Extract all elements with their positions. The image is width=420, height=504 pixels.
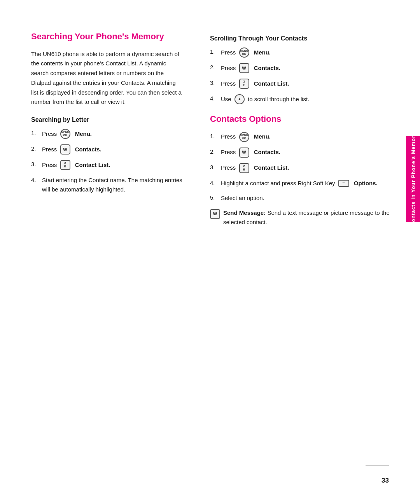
step-content: Press 2E Contact List. xyxy=(42,160,110,170)
page-number: 33 xyxy=(382,477,389,485)
step-label: Menu. xyxy=(254,48,271,57)
send-message-row: W Send Message: Send a text message or p… xyxy=(210,208,397,227)
sidebar-tab: Contacts in Your Phone's Memory xyxy=(406,136,420,222)
step-content: Press MENUOK Menu. xyxy=(221,47,271,58)
menu-ok-icon: MENUOK xyxy=(60,129,70,139)
softkey-icon: ─ xyxy=(338,180,349,187)
step-number: 1. xyxy=(210,132,221,141)
step-content: Press W Contacts. xyxy=(221,63,280,73)
searching-by-letter-title: Searching by Letter xyxy=(31,116,183,123)
left-step-1: 1. Press MENUOK Menu. xyxy=(31,129,183,139)
contact-list-icon: 2E xyxy=(239,79,249,89)
step-number: 4. xyxy=(210,179,221,188)
options-label: Options. xyxy=(354,179,378,188)
step-content: Press 2E Contact List. xyxy=(221,163,289,173)
right-step-2: 2. Press W Contacts. xyxy=(210,63,397,73)
step-label: Menu. xyxy=(254,132,271,141)
step-number: 2. xyxy=(210,148,221,156)
step-number: 1. xyxy=(210,47,221,56)
send-message-icon: W xyxy=(210,209,220,219)
step-content: Use • to scroll through the list. xyxy=(221,94,309,104)
step-number: 1. xyxy=(31,129,42,138)
scroll-icon: • xyxy=(234,94,245,104)
step-number: 2. xyxy=(31,144,42,153)
options-step-5: 5. Select an option. xyxy=(210,193,397,203)
step-content: Press W Contacts. xyxy=(221,148,280,158)
options-step-3: 3. Press 2E Contact List. xyxy=(210,163,397,173)
send-message-text: Send Message: Send a text message or pic… xyxy=(223,208,397,227)
contact-list-icon: 2E xyxy=(60,160,70,170)
options-step-2: 2. Press W Contacts. xyxy=(210,148,397,158)
right-step-1: 1. Press MENUOK Menu. xyxy=(210,47,397,58)
step-label: Contacts. xyxy=(254,64,280,73)
contacts-options-title: Contacts Options xyxy=(210,114,397,125)
page-divider xyxy=(366,465,389,465)
step-number: 3. xyxy=(210,163,221,172)
left-column: Searching Your Phone's Memory The UN610 … xyxy=(31,31,198,481)
right-step-4: 4. Use • to scroll through the list. xyxy=(210,94,397,104)
contact-list-icon: 2E xyxy=(239,163,249,173)
step-text: Start entering the Contact name. The mat… xyxy=(42,176,183,194)
menu-ok-icon: MENUOK xyxy=(239,47,249,58)
left-step-4: 4. Start entering the Contact name. The … xyxy=(31,176,183,194)
step-text: Highlight a contact and press Right Soft… xyxy=(221,179,378,188)
contacts-icon: W xyxy=(60,144,70,155)
left-step-2: 2. Press W Contacts. xyxy=(31,144,183,155)
step-number: 2. xyxy=(210,63,221,72)
options-step-4: 4. Highlight a contact and press Right S… xyxy=(210,179,397,188)
scrolling-title: Scrolling Through Your Contacts xyxy=(210,35,397,42)
sidebar-tab-label: Contacts in Your Phone's Memory xyxy=(410,132,416,226)
step-number: 4. xyxy=(210,94,221,103)
step-label: Contact List. xyxy=(75,161,110,170)
step-label: Contacts. xyxy=(75,145,102,154)
step-number: 3. xyxy=(210,79,221,88)
step-number: 5. xyxy=(210,193,221,202)
step-label: Contact List. xyxy=(254,79,289,88)
options-step-1: 1. Press MENUOK Menu. xyxy=(210,132,397,142)
send-message-label: Send Message: xyxy=(223,209,266,216)
menu-ok-icon: MENUOK xyxy=(239,132,249,142)
left-body-text: The UN610 phone is able to perform a dyn… xyxy=(31,49,183,107)
step-content: Press MENUOK Menu. xyxy=(221,132,271,142)
step-label: Menu. xyxy=(75,130,92,139)
step-content: Press MENUOK Menu. xyxy=(42,129,92,139)
contacts-icon: W xyxy=(239,63,249,73)
step-text: Select an option. xyxy=(221,193,264,203)
step-label: Contact List. xyxy=(254,163,289,172)
right-step-3: 3. Press 2E Contact List. xyxy=(210,79,397,89)
contacts-icon: W xyxy=(239,148,249,158)
step-label: Contacts. xyxy=(254,148,280,157)
left-section-title: Searching Your Phone's Memory xyxy=(31,31,183,42)
left-step-3: 3. Press 2E Contact List. xyxy=(31,160,183,170)
step-content: Press W Contacts. xyxy=(42,144,102,155)
page: Searching Your Phone's Memory The UN610 … xyxy=(0,0,420,504)
step-number: 3. xyxy=(31,160,42,169)
right-column: Scrolling Through Your Contacts 1. Press… xyxy=(198,31,397,481)
step-content: Press 2E Contact List. xyxy=(221,79,289,89)
step-number: 4. xyxy=(31,176,42,184)
